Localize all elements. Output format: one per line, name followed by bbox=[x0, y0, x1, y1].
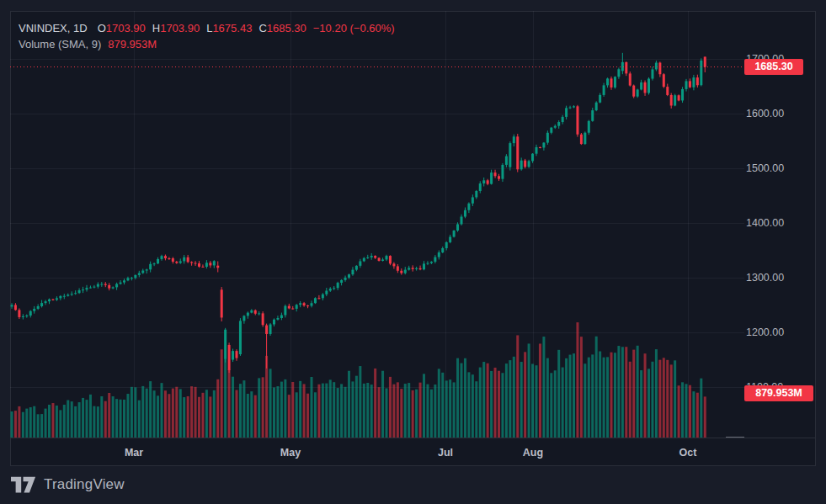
close-value: C1685.30 bbox=[258, 22, 306, 34]
volume-value: 879.953M bbox=[108, 38, 157, 50]
volume-bars bbox=[11, 322, 706, 438]
volume-sma-badge: 879.953M bbox=[744, 385, 813, 401]
y-axis-label: 1600.00 bbox=[746, 107, 809, 120]
y-axis-label: 1500.00 bbox=[746, 162, 809, 175]
x-axis-label: Jul bbox=[422, 445, 469, 460]
tradingview-logo-icon[interactable] bbox=[11, 476, 36, 494]
chart-legend: VNINDEX, 1DO1703.90H1703.90L1675.43C1685… bbox=[19, 20, 395, 52]
low-value: L1675.43 bbox=[206, 22, 252, 34]
legend-volume-row: Volume (SMA, 9)879.953M bbox=[19, 36, 395, 52]
x-axis-label: Aug bbox=[509, 445, 557, 460]
x-axis-label: May bbox=[267, 445, 314, 460]
last-price-badge: 1685.30 bbox=[744, 59, 803, 75]
symbol-title[interactable]: VNINDEX, 1D bbox=[19, 22, 88, 34]
overlays bbox=[10, 67, 816, 438]
legend-ohlc-row: VNINDEX, 1DO1703.90H1703.90L1675.43C1685… bbox=[19, 20, 395, 36]
y-axis-label: 1400.00 bbox=[746, 216, 809, 230]
x-axis-label: Oct bbox=[664, 445, 711, 460]
footer: TradingView bbox=[11, 475, 125, 495]
high-value: H1703.90 bbox=[152, 22, 200, 34]
y-axis-label: 1300.00 bbox=[746, 271, 809, 284]
volume-indicator-label[interactable]: Volume (SMA, 9) bbox=[19, 38, 101, 50]
tradingview-chart-widget: VNINDEX, 1DO1703.90H1703.90L1675.43C1685… bbox=[0, 0, 826, 504]
tradingview-brand-text[interactable]: TradingView bbox=[44, 476, 125, 493]
candles bbox=[11, 53, 706, 373]
y-axis-label: 1200.00 bbox=[746, 326, 809, 339]
change-value: −10.20 (−0.60%) bbox=[313, 22, 395, 34]
x-axis-label: Mar bbox=[110, 445, 157, 460]
candlestick-chart-canvas[interactable] bbox=[0, 0, 826, 504]
open-value: O1703.90 bbox=[98, 22, 146, 34]
